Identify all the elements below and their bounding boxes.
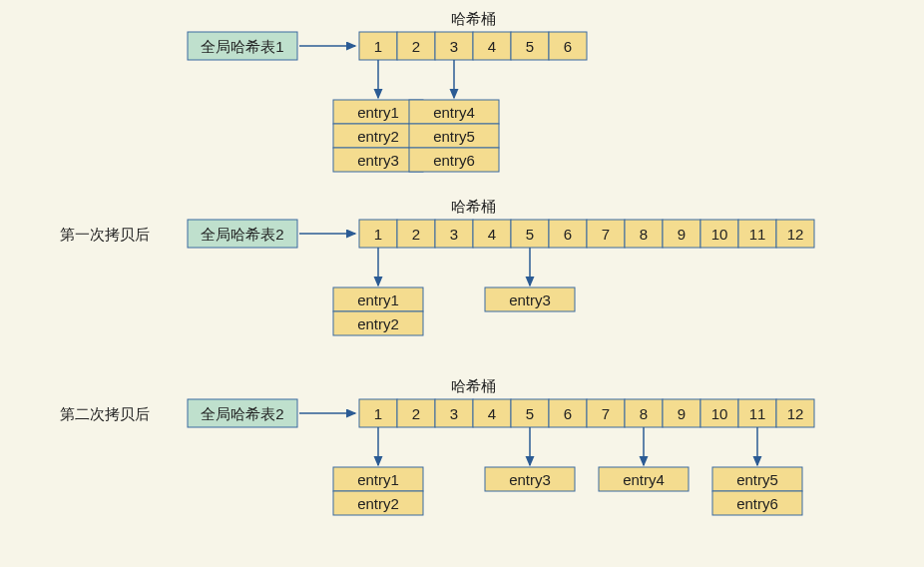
hash-table-label: 全局哈希表2: [201, 405, 283, 422]
bucket-number: 1: [374, 38, 382, 55]
bucket-number: 1: [374, 226, 382, 243]
entry-label: entry1: [357, 104, 399, 121]
bucket-header: 哈希桶: [451, 198, 496, 215]
bucket-number: 8: [640, 226, 648, 243]
bucket-number: 10: [711, 226, 728, 243]
section-prefix: 第一次拷贝后: [60, 226, 150, 243]
bucket-number: 3: [450, 405, 458, 422]
bucket-number: 6: [564, 405, 572, 422]
entry-label: entry5: [736, 471, 778, 488]
entry-label: entry4: [623, 471, 665, 488]
bucket-number: 10: [711, 405, 728, 422]
bucket-number: 9: [678, 226, 686, 243]
bucket-number: 11: [749, 226, 766, 243]
section-sec2: 哈希桶第一次拷贝后全局哈希表2123456789101112entry1entr…: [60, 198, 814, 336]
entry-label: entry2: [357, 495, 399, 512]
bucket-header: 哈希桶: [451, 10, 496, 27]
bucket-number: 5: [526, 405, 534, 422]
bucket-number: 4: [488, 405, 496, 422]
bucket-number: 5: [526, 38, 534, 55]
entry-label: entry1: [357, 291, 399, 308]
hash-table-label: 全局哈希表1: [201, 38, 283, 55]
bucket-number: 2: [412, 38, 420, 55]
bucket-number: 12: [787, 405, 804, 422]
bucket-number: 2: [412, 226, 420, 243]
entry-label: entry6: [736, 495, 778, 512]
entry-label: entry1: [357, 471, 399, 488]
entry-label: entry2: [357, 315, 399, 332]
bucket-number: 4: [488, 38, 496, 55]
bucket-number: 5: [526, 226, 534, 243]
bucket-number: 9: [678, 405, 686, 422]
entry-label: entry3: [509, 291, 551, 308]
section-sec3: 哈希桶第二次拷贝后全局哈希表2123456789101112entry1entr…: [60, 377, 814, 516]
bucket-number: 7: [602, 226, 610, 243]
bucket-number: 12: [787, 226, 804, 243]
entry-label: entry6: [433, 152, 475, 169]
bucket-number: 8: [640, 405, 648, 422]
entry-label: entry4: [433, 104, 475, 121]
hash-table-rehash-diagram: 哈希桶全局哈希表1123456entry1entry2entry3entry4e…: [0, 0, 924, 567]
bucket-number: 7: [602, 405, 610, 422]
entry-label: entry2: [357, 128, 399, 145]
bucket-number: 6: [564, 38, 572, 55]
hash-table-label: 全局哈希表2: [201, 226, 283, 243]
entry-label: entry5: [433, 128, 475, 145]
bucket-number: 2: [412, 405, 420, 422]
section-sec1: 哈希桶全局哈希表1123456entry1entry2entry3entry4e…: [188, 10, 587, 173]
entry-label: entry3: [509, 471, 551, 488]
bucket-number: 3: [450, 38, 458, 55]
bucket-number: 4: [488, 226, 496, 243]
bucket-number: 1: [374, 405, 382, 422]
bucket-number: 6: [564, 226, 572, 243]
section-prefix: 第二次拷贝后: [60, 405, 150, 422]
bucket-number: 11: [749, 405, 766, 422]
bucket-number: 3: [450, 226, 458, 243]
bucket-header: 哈希桶: [451, 377, 496, 394]
entry-label: entry3: [357, 152, 399, 169]
